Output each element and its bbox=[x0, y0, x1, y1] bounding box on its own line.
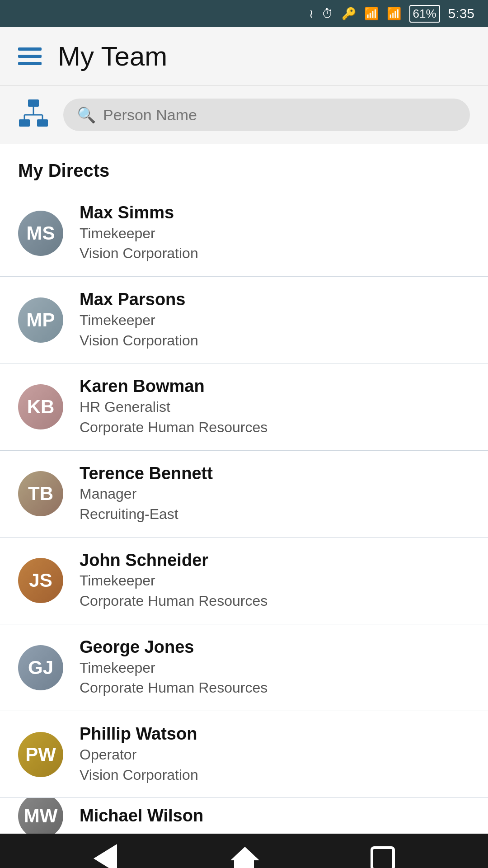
person-role: HR Generalist bbox=[80, 397, 267, 417]
avatar: MS bbox=[18, 211, 63, 256]
avatar: PW bbox=[18, 732, 63, 777]
person-role: Timekeeper bbox=[80, 658, 267, 678]
person-dept: Corporate Human Resources bbox=[80, 678, 267, 698]
person-role: Timekeeper bbox=[80, 571, 267, 591]
avatar: GJ bbox=[18, 645, 63, 690]
person-info: Max ParsonsTimekeeperVision Corporation bbox=[80, 289, 198, 350]
person-info: Phillip WatsonOperatorVision Corporation bbox=[80, 724, 198, 785]
team-member-item[interactable]: MPMax ParsonsTimekeeperVision Corporatio… bbox=[0, 276, 488, 363]
avatar: MP bbox=[18, 297, 63, 343]
team-member-item[interactable]: JSJohn SchneiderTimekeeperCorporate Huma… bbox=[0, 537, 488, 624]
team-member-item[interactable]: TBTerence BennettManagerRecruiting-East bbox=[0, 450, 488, 537]
battery-indicator: 61% bbox=[409, 5, 440, 23]
avatar: TB bbox=[18, 471, 63, 516]
person-name: Phillip Watson bbox=[80, 724, 198, 745]
person-role: Timekeeper bbox=[80, 223, 198, 244]
avatar: JS bbox=[18, 558, 63, 603]
home-button[interactable] bbox=[228, 843, 260, 868]
signal-icon: 📶 bbox=[387, 7, 401, 21]
person-info: Terence BennettManagerRecruiting-East bbox=[80, 463, 213, 524]
avatar: MW bbox=[18, 797, 63, 834]
person-name: Terence Bennett bbox=[80, 463, 213, 484]
app-header: My Team bbox=[0, 27, 488, 86]
team-member-item[interactable]: GJGeorge JonesTimekeeperCorporate Human … bbox=[0, 624, 488, 711]
content-area: My Directs MSMax SimmsTimekeeperVision C… bbox=[0, 144, 488, 834]
search-input[interactable] bbox=[103, 106, 456, 124]
recent-icon bbox=[371, 846, 395, 868]
person-name: Max Simms bbox=[80, 203, 198, 223]
person-name: Max Parsons bbox=[80, 289, 198, 310]
person-name: John Schneider bbox=[80, 550, 267, 571]
search-bar[interactable]: 🔍 bbox=[63, 99, 470, 131]
menu-button[interactable] bbox=[18, 47, 42, 65]
org-chart-icon[interactable] bbox=[18, 99, 49, 131]
person-role: Timekeeper bbox=[80, 310, 198, 330]
svg-rect-0 bbox=[28, 99, 39, 107]
team-member-item[interactable]: PWPhillip WatsonOperatorVision Corporati… bbox=[0, 711, 488, 797]
person-info: John SchneiderTimekeeperCorporate Human … bbox=[80, 550, 267, 611]
avatar: KB bbox=[18, 384, 63, 429]
section-title: My Directs bbox=[0, 144, 488, 190]
search-area: 🔍 bbox=[0, 86, 488, 144]
nav-bar bbox=[0, 834, 488, 868]
person-dept: Vision Corporation bbox=[80, 330, 198, 351]
person-name: George Jones bbox=[80, 637, 267, 658]
wifi-icon: 📶 bbox=[364, 7, 379, 21]
person-dept: Recruiting-East bbox=[80, 504, 213, 524]
person-info: Michael Wilson bbox=[80, 806, 203, 826]
home-icon bbox=[230, 847, 258, 868]
person-role: Operator bbox=[80, 745, 198, 765]
person-role: Manager bbox=[80, 484, 213, 504]
recent-apps-button[interactable] bbox=[367, 843, 399, 868]
svg-rect-1 bbox=[19, 119, 30, 127]
page-title: My Team bbox=[58, 41, 167, 72]
search-icon: 🔍 bbox=[77, 106, 96, 124]
person-dept: Corporate Human Resources bbox=[80, 417, 267, 438]
person-info: Karen BowmanHR GeneralistCorporate Human… bbox=[80, 376, 267, 437]
back-button[interactable] bbox=[89, 843, 121, 868]
person-info: George JonesTimekeeperCorporate Human Re… bbox=[80, 637, 267, 698]
team-member-item[interactable]: KBKaren BowmanHR GeneralistCorporate Hum… bbox=[0, 363, 488, 450]
status-bar: ≀ ⏱ 🔑 📶 📶 61% 5:35 bbox=[0, 0, 488, 27]
person-name: Michael Wilson bbox=[80, 806, 203, 826]
person-dept: Corporate Human Resources bbox=[80, 591, 267, 611]
vpn-key-icon: 🔑 bbox=[342, 7, 356, 21]
back-icon bbox=[94, 844, 117, 868]
team-member-item[interactable]: MSMax SimmsTimekeeperVision Corporation bbox=[0, 190, 488, 276]
bluetooth-icon: ≀ bbox=[309, 7, 314, 21]
person-dept: Vision Corporation bbox=[80, 765, 198, 785]
team-member-item[interactable]: MWMichael Wilson bbox=[0, 797, 488, 834]
status-time: 5:35 bbox=[448, 6, 474, 21]
person-info: Max SimmsTimekeeperVision Corporation bbox=[80, 203, 198, 264]
alarm-icon: ⏱ bbox=[322, 7, 333, 21]
person-name: Karen Bowman bbox=[80, 376, 267, 397]
team-list: MSMax SimmsTimekeeperVision CorporationM… bbox=[0, 190, 488, 834]
svg-rect-2 bbox=[37, 119, 48, 127]
person-dept: Vision Corporation bbox=[80, 243, 198, 264]
